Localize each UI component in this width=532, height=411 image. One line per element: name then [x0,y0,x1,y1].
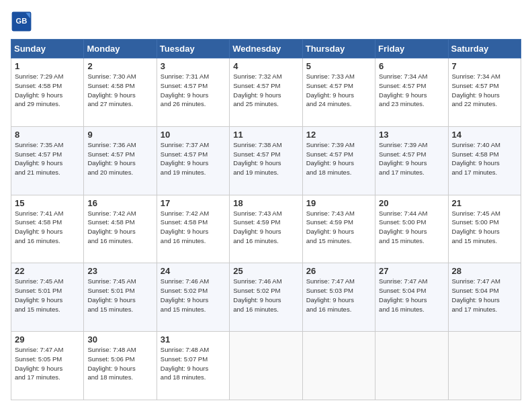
day-number: 23 [87,266,152,276]
page: GB SundayMondayTuesdayWednesdayThursdayF… [0,0,532,411]
day-number: 31 [161,334,226,345]
day-cell: 17Sunrise: 7:42 AM Sunset: 4:58 PM Dayli… [157,195,229,263]
day-cell: 27Sunrise: 7:47 AM Sunset: 5:04 PM Dayli… [375,263,448,332]
day-info: Sunrise: 7:32 AM Sunset: 4:57 PM Dayligh… [233,72,298,109]
day-info: Sunrise: 7:31 AM Sunset: 4:57 PM Dayligh… [161,72,226,109]
weekday-header-sunday: Sunday [11,40,84,58]
day-cell [448,332,521,400]
day-cell: 25Sunrise: 7:46 AM Sunset: 5:02 PM Dayli… [230,263,302,332]
day-info: Sunrise: 7:33 AM Sunset: 4:57 PM Dayligh… [306,72,371,109]
weekday-header-friday: Friday [375,40,448,58]
day-number: 21 [452,198,517,208]
day-cell: 31Sunrise: 7:48 AM Sunset: 5:07 PM Dayli… [157,332,229,400]
day-info: Sunrise: 7:42 AM Sunset: 4:58 PM Dayligh… [161,209,226,246]
day-number: 16 [87,198,152,208]
day-info: Sunrise: 7:48 AM Sunset: 5:06 PM Dayligh… [87,345,152,382]
day-number: 12 [306,130,371,140]
day-info: Sunrise: 7:46 AM Sunset: 5:02 PM Dayligh… [161,277,226,314]
day-info: Sunrise: 7:37 AM Sunset: 4:57 PM Dayligh… [161,140,226,177]
day-number: 17 [161,198,226,208]
day-cell: 24Sunrise: 7:46 AM Sunset: 5:02 PM Dayli… [157,263,229,332]
weekday-header-wednesday: Wednesday [230,40,302,58]
day-info: Sunrise: 7:43 AM Sunset: 4:59 PM Dayligh… [306,209,371,246]
calendar-table: SundayMondayTuesdayWednesdayThursdayFrid… [11,39,521,400]
day-number: 22 [15,266,80,276]
day-cell: 3Sunrise: 7:31 AM Sunset: 4:57 PM Daylig… [157,58,229,127]
day-info: Sunrise: 7:36 AM Sunset: 4:57 PM Dayligh… [87,140,152,177]
day-number: 9 [87,130,152,140]
svg-text:GB: GB [16,17,28,25]
day-cell: 9Sunrise: 7:36 AM Sunset: 4:57 PM Daylig… [84,126,157,195]
day-cell: 13Sunrise: 7:39 AM Sunset: 4:57 PM Dayli… [375,126,448,195]
week-row-2: 8Sunrise: 7:35 AM Sunset: 4:57 PM Daylig… [11,126,521,195]
day-cell: 16Sunrise: 7:42 AM Sunset: 4:58 PM Dayli… [84,195,157,263]
day-cell: 2Sunrise: 7:30 AM Sunset: 4:58 PM Daylig… [84,58,157,127]
day-cell: 7Sunrise: 7:34 AM Sunset: 4:57 PM Daylig… [448,58,521,127]
day-number: 29 [15,334,80,345]
day-number: 13 [379,130,444,140]
day-number: 25 [233,266,298,276]
week-row-4: 22Sunrise: 7:45 AM Sunset: 5:01 PM Dayli… [11,263,521,332]
day-info: Sunrise: 7:44 AM Sunset: 5:00 PM Dayligh… [379,209,444,246]
week-row-3: 15Sunrise: 7:41 AM Sunset: 4:58 PM Dayli… [11,195,521,263]
day-cell [302,332,375,400]
day-number: 7 [452,61,517,71]
day-number: 20 [379,198,444,208]
header: GB [11,11,521,32]
day-cell [375,332,448,400]
day-number: 2 [87,61,152,71]
day-cell: 8Sunrise: 7:35 AM Sunset: 4:57 PM Daylig… [11,126,84,195]
day-info: Sunrise: 7:38 AM Sunset: 4:57 PM Dayligh… [233,140,298,177]
day-cell: 4Sunrise: 7:32 AM Sunset: 4:57 PM Daylig… [230,58,302,127]
day-info: Sunrise: 7:39 AM Sunset: 4:57 PM Dayligh… [379,140,444,177]
day-cell: 23Sunrise: 7:45 AM Sunset: 5:01 PM Dayli… [84,263,157,332]
week-row-5: 29Sunrise: 7:47 AM Sunset: 5:05 PM Dayli… [11,332,521,400]
day-info: Sunrise: 7:45 AM Sunset: 5:01 PM Dayligh… [15,277,80,314]
day-number: 4 [233,61,298,71]
day-info: Sunrise: 7:42 AM Sunset: 4:58 PM Dayligh… [87,209,152,246]
day-info: Sunrise: 7:45 AM Sunset: 5:00 PM Dayligh… [452,209,517,246]
day-number: 30 [87,334,152,345]
day-info: Sunrise: 7:43 AM Sunset: 4:59 PM Dayligh… [233,209,298,246]
day-cell: 20Sunrise: 7:44 AM Sunset: 5:00 PM Dayli… [375,195,448,263]
day-cell: 1Sunrise: 7:29 AM Sunset: 4:58 PM Daylig… [11,58,84,127]
day-number: 10 [161,130,226,140]
weekday-header-thursday: Thursday [302,40,375,58]
day-number: 26 [306,266,371,276]
day-info: Sunrise: 7:40 AM Sunset: 4:58 PM Dayligh… [452,140,517,177]
day-info: Sunrise: 7:29 AM Sunset: 4:58 PM Dayligh… [15,72,80,109]
day-cell: 18Sunrise: 7:43 AM Sunset: 4:59 PM Dayli… [230,195,302,263]
day-cell: 12Sunrise: 7:39 AM Sunset: 4:57 PM Dayli… [302,126,375,195]
day-info: Sunrise: 7:47 AM Sunset: 5:04 PM Dayligh… [379,277,444,314]
weekday-header-row: SundayMondayTuesdayWednesdayThursdayFrid… [11,40,521,58]
day-cell: 26Sunrise: 7:47 AM Sunset: 5:03 PM Dayli… [302,263,375,332]
day-info: Sunrise: 7:41 AM Sunset: 4:58 PM Dayligh… [15,209,80,246]
day-cell: 22Sunrise: 7:45 AM Sunset: 5:01 PM Dayli… [11,263,84,332]
day-cell: 29Sunrise: 7:47 AM Sunset: 5:05 PM Dayli… [11,332,84,400]
day-cell: 21Sunrise: 7:45 AM Sunset: 5:00 PM Dayli… [448,195,521,263]
day-number: 14 [452,130,517,140]
day-number: 15 [15,198,80,208]
day-info: Sunrise: 7:34 AM Sunset: 4:57 PM Dayligh… [452,72,517,109]
day-info: Sunrise: 7:47 AM Sunset: 5:05 PM Dayligh… [15,345,80,382]
day-number: 5 [306,61,371,71]
weekday-header-tuesday: Tuesday [157,40,229,58]
day-number: 27 [379,266,444,276]
day-info: Sunrise: 7:46 AM Sunset: 5:02 PM Dayligh… [233,277,298,314]
day-number: 11 [233,130,298,140]
day-info: Sunrise: 7:35 AM Sunset: 4:57 PM Dayligh… [15,140,80,177]
day-info: Sunrise: 7:47 AM Sunset: 5:03 PM Dayligh… [306,277,371,314]
day-number: 19 [306,198,371,208]
day-cell: 15Sunrise: 7:41 AM Sunset: 4:58 PM Dayli… [11,195,84,263]
day-cell: 5Sunrise: 7:33 AM Sunset: 4:57 PM Daylig… [302,58,375,127]
day-cell: 6Sunrise: 7:34 AM Sunset: 4:57 PM Daylig… [375,58,448,127]
day-info: Sunrise: 7:34 AM Sunset: 4:57 PM Dayligh… [379,72,444,109]
day-cell: 30Sunrise: 7:48 AM Sunset: 5:06 PM Dayli… [84,332,157,400]
day-cell: 14Sunrise: 7:40 AM Sunset: 4:58 PM Dayli… [448,126,521,195]
logo: GB [11,11,35,32]
weekday-header-monday: Monday [84,40,157,58]
day-number: 1 [15,61,80,71]
day-number: 28 [452,266,517,276]
day-cell: 11Sunrise: 7:38 AM Sunset: 4:57 PM Dayli… [230,126,302,195]
day-number: 3 [161,61,226,71]
